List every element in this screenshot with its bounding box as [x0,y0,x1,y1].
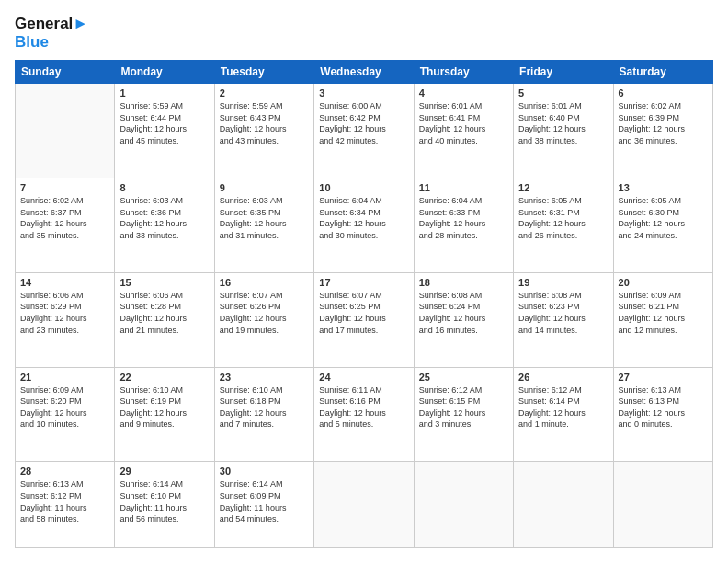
week-row-4: 21Sunrise: 6:09 AM Sunset: 6:20 PM Dayli… [16,367,713,462]
calendar-cell: 4Sunrise: 6:01 AM Sunset: 6:41 PM Daylig… [414,84,513,178]
day-number: 22 [119,372,209,383]
day-info: Sunrise: 5:59 AM Sunset: 6:43 PM Dayligh… [220,100,309,146]
day-number: 18 [419,277,508,288]
day-number: 4 [419,87,508,98]
day-info: Sunrise: 6:05 AM Sunset: 6:30 PM Dayligh… [619,195,708,241]
day-number: 28 [20,465,109,477]
day-number: 23 [220,372,309,383]
day-info: Sunrise: 6:07 AM Sunset: 6:26 PM Dayligh… [220,290,309,336]
day-info: Sunrise: 6:04 AM Sunset: 6:34 PM Dayligh… [319,195,408,241]
calendar-cell: 3Sunrise: 6:00 AM Sunset: 6:42 PM Daylig… [314,84,414,178]
day-number: 15 [119,277,209,288]
calendar-cell: 21Sunrise: 6:09 AM Sunset: 6:20 PM Dayli… [16,367,115,462]
day-info: Sunrise: 6:11 AM Sunset: 6:16 PM Dayligh… [319,385,408,431]
week-row-1: 1Sunrise: 5:59 AM Sunset: 6:44 PM Daylig… [16,84,713,178]
calendar-cell: 6Sunrise: 6:02 AM Sunset: 6:39 PM Daylig… [613,84,712,178]
day-info: Sunrise: 6:14 AM Sunset: 6:09 PM Dayligh… [220,478,309,524]
day-number: 2 [220,87,309,98]
day-number: 29 [119,465,209,477]
weekday-tuesday: Tuesday [214,61,313,84]
weekday-wednesday: Wednesday [314,61,414,84]
day-info: Sunrise: 6:10 AM Sunset: 6:19 PM Dayligh… [119,385,209,431]
day-info: Sunrise: 5:59 AM Sunset: 6:44 PM Dayligh… [119,100,209,146]
calendar-cell [16,84,115,178]
day-number: 27 [619,372,708,383]
day-number: 5 [518,87,608,98]
calendar-cell: 23Sunrise: 6:10 AM Sunset: 6:18 PM Dayli… [214,367,313,462]
day-info: Sunrise: 6:14 AM Sunset: 6:10 PM Dayligh… [119,478,209,524]
day-info: Sunrise: 6:01 AM Sunset: 6:40 PM Dayligh… [518,100,608,146]
logo: General► Blue [15,15,88,51]
day-info: Sunrise: 6:09 AM Sunset: 6:20 PM Dayligh… [20,385,109,431]
day-number: 9 [220,182,309,193]
day-info: Sunrise: 6:03 AM Sunset: 6:35 PM Dayligh… [220,195,309,241]
day-number: 12 [518,182,608,193]
header: General► Blue [15,15,713,51]
weekday-monday: Monday [115,61,214,84]
day-number: 13 [619,182,708,193]
calendar-cell: 19Sunrise: 6:08 AM Sunset: 6:23 PM Dayli… [514,272,613,367]
calendar-cell: 22Sunrise: 6:10 AM Sunset: 6:19 PM Dayli… [115,367,214,462]
day-number: 25 [419,372,508,383]
day-info: Sunrise: 6:13 AM Sunset: 6:13 PM Dayligh… [619,385,708,431]
calendar-cell: 7Sunrise: 6:02 AM Sunset: 6:37 PM Daylig… [16,178,115,272]
page: General► Blue SundayMondayTuesdayWednesd… [0,0,728,563]
calendar-cell: 26Sunrise: 6:12 AM Sunset: 6:14 PM Dayli… [514,367,613,462]
day-info: Sunrise: 6:07 AM Sunset: 6:25 PM Dayligh… [319,290,408,336]
week-row-3: 14Sunrise: 6:06 AM Sunset: 6:29 PM Dayli… [16,272,713,367]
day-info: Sunrise: 6:12 AM Sunset: 6:15 PM Dayligh… [419,385,508,431]
calendar-cell: 2Sunrise: 5:59 AM Sunset: 6:43 PM Daylig… [214,84,313,178]
calendar-cell [613,462,712,548]
day-number: 8 [119,182,209,193]
calendar-cell [514,462,613,548]
day-info: Sunrise: 6:13 AM Sunset: 6:12 PM Dayligh… [20,478,109,524]
day-info: Sunrise: 6:06 AM Sunset: 6:29 PM Dayligh… [20,290,109,336]
calendar-cell: 30Sunrise: 6:14 AM Sunset: 6:09 PM Dayli… [214,462,313,548]
weekday-thursday: Thursday [414,61,513,84]
calendar-cell: 18Sunrise: 6:08 AM Sunset: 6:24 PM Dayli… [414,272,513,367]
day-info: Sunrise: 6:00 AM Sunset: 6:42 PM Dayligh… [319,100,408,146]
day-info: Sunrise: 6:06 AM Sunset: 6:28 PM Dayligh… [119,290,209,336]
day-number: 10 [319,182,408,193]
day-number: 24 [319,372,408,383]
day-number: 7 [20,182,109,193]
weekday-saturday: Saturday [613,61,712,84]
calendar-table: SundayMondayTuesdayWednesdayThursdayFrid… [15,60,713,548]
week-row-2: 7Sunrise: 6:02 AM Sunset: 6:37 PM Daylig… [16,178,713,272]
calendar-cell: 9Sunrise: 6:03 AM Sunset: 6:35 PM Daylig… [214,178,313,272]
day-number: 1 [119,87,209,98]
calendar-cell: 8Sunrise: 6:03 AM Sunset: 6:36 PM Daylig… [115,178,214,272]
calendar-cell: 15Sunrise: 6:06 AM Sunset: 6:28 PM Dayli… [115,272,214,367]
day-info: Sunrise: 6:03 AM Sunset: 6:36 PM Dayligh… [119,195,209,241]
day-number: 19 [518,277,608,288]
day-info: Sunrise: 6:04 AM Sunset: 6:33 PM Dayligh… [419,195,508,241]
calendar-cell: 1Sunrise: 5:59 AM Sunset: 6:44 PM Daylig… [115,84,214,178]
week-row-5: 28Sunrise: 6:13 AM Sunset: 6:12 PM Dayli… [16,462,713,548]
day-number: 16 [220,277,309,288]
calendar-cell: 12Sunrise: 6:05 AM Sunset: 6:31 PM Dayli… [514,178,613,272]
calendar-cell: 29Sunrise: 6:14 AM Sunset: 6:10 PM Dayli… [115,462,214,548]
calendar-cell: 27Sunrise: 6:13 AM Sunset: 6:13 PM Dayli… [613,367,712,462]
weekday-header-row: SundayMondayTuesdayWednesdayThursdayFrid… [16,61,713,84]
day-number: 21 [20,372,109,383]
day-info: Sunrise: 6:08 AM Sunset: 6:23 PM Dayligh… [518,290,608,336]
day-info: Sunrise: 6:08 AM Sunset: 6:24 PM Dayligh… [419,290,508,336]
calendar-cell: 11Sunrise: 6:04 AM Sunset: 6:33 PM Dayli… [414,178,513,272]
day-info: Sunrise: 6:09 AM Sunset: 6:21 PM Dayligh… [619,290,708,336]
calendar-cell [314,462,414,548]
calendar-cell: 25Sunrise: 6:12 AM Sunset: 6:15 PM Dayli… [414,367,513,462]
calendar-cell: 5Sunrise: 6:01 AM Sunset: 6:40 PM Daylig… [514,84,613,178]
day-number: 30 [220,465,309,477]
day-number: 3 [319,87,408,98]
day-number: 26 [518,372,608,383]
day-info: Sunrise: 6:10 AM Sunset: 6:18 PM Dayligh… [220,385,309,431]
day-number: 14 [20,277,109,288]
day-info: Sunrise: 6:05 AM Sunset: 6:31 PM Dayligh… [518,195,608,241]
calendar-cell: 28Sunrise: 6:13 AM Sunset: 6:12 PM Dayli… [16,462,115,548]
calendar-cell [414,462,513,548]
calendar-cell: 14Sunrise: 6:06 AM Sunset: 6:29 PM Dayli… [16,272,115,367]
calendar-cell: 17Sunrise: 6:07 AM Sunset: 6:25 PM Dayli… [314,272,414,367]
calendar-cell: 24Sunrise: 6:11 AM Sunset: 6:16 PM Dayli… [314,367,414,462]
day-info: Sunrise: 6:02 AM Sunset: 6:37 PM Dayligh… [20,195,109,241]
day-number: 20 [619,277,708,288]
